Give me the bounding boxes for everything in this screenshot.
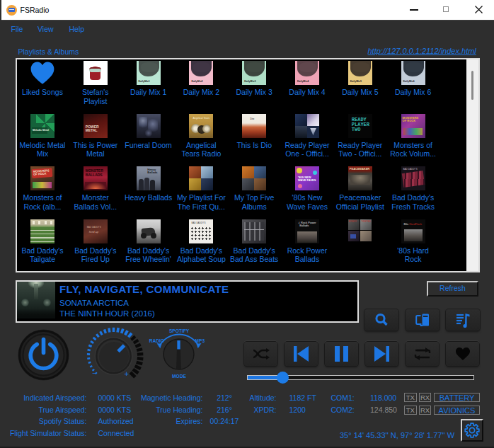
svg-text:MP3: MP3	[195, 338, 205, 343]
svg-text:SPOTIFY: SPOTIFY	[169, 328, 190, 333]
svg-text:−: −	[93, 369, 97, 377]
svg-text:RADIO: RADIO	[149, 338, 164, 343]
svg-text:MODE: MODE	[172, 374, 186, 379]
svg-text:+: +	[125, 369, 129, 378]
